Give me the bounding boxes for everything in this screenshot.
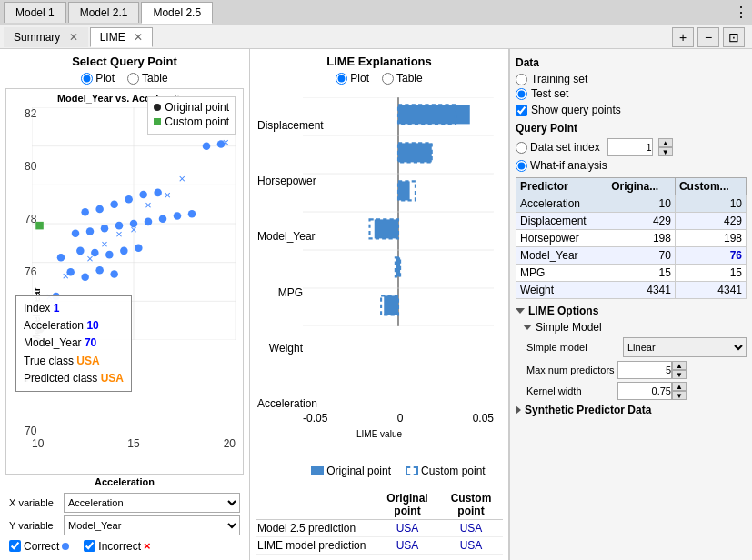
- svg-rect-63: [398, 181, 410, 200]
- max-predictors-row: Max num predictors ▲ ▼: [526, 361, 747, 379]
- index-input[interactable]: [607, 138, 653, 156]
- what-if-radio[interactable]: [516, 160, 527, 172]
- predictor-name-weight: Weight: [516, 282, 607, 299]
- index-spinners: ▲ ▼: [658, 138, 673, 156]
- predictor-orig-acceleration: 10: [607, 195, 676, 213]
- show-query-checkbox[interactable]: [516, 105, 527, 116]
- lime-y-labels: Displacement Horsepower Model_Year MPG W…: [257, 97, 303, 432]
- left-panel-title: Select Query Point: [5, 55, 244, 68]
- correct-checkbox[interactable]: [9, 540, 21, 552]
- sub-tab-summary[interactable]: Summary ✕: [4, 27, 88, 47]
- query-point-title: Query Point: [516, 122, 747, 135]
- predictor-orig-horsepower: 198: [607, 230, 676, 247]
- custom-point[interactable]: [35, 222, 44, 230]
- more-button[interactable]: ⋮: [734, 4, 748, 21]
- predictor-orig-mpg: 15: [607, 265, 676, 282]
- lime-plot-radio-label[interactable]: Plot: [336, 72, 369, 85]
- kernel-down[interactable]: ▼: [672, 391, 687, 400]
- svg-point-18: [105, 251, 114, 259]
- svg-point-33: [125, 195, 133, 204]
- svg-text:×: ×: [86, 252, 93, 265]
- predictor-orig-model_year: 70: [607, 247, 676, 265]
- what-if-radio-row: What-if analysis: [516, 159, 747, 172]
- predictor-table-header: Predictor Origina... Custom...: [516, 178, 747, 195]
- max-predictors-spinners: ▲ ▼: [672, 361, 687, 379]
- max-pred-down[interactable]: ▼: [672, 370, 687, 379]
- predictor-custom-model_year[interactable]: 76: [675, 247, 746, 265]
- query-type-radio: Data set index ▲ ▼: [516, 138, 747, 156]
- svg-point-19: [120, 247, 128, 255]
- y-variable-row: Y variable Model_Year: [9, 515, 240, 535]
- kernel-width-spinners: ▲ ▼: [672, 382, 687, 400]
- svg-point-14: [110, 270, 118, 278]
- training-set-label[interactable]: Training set: [516, 73, 747, 85]
- simple-model-arrow: [523, 325, 532, 330]
- svg-point-16: [76, 247, 85, 255]
- lime-options-header[interactable]: LIME Options: [516, 305, 747, 317]
- simple-model-select[interactable]: Linear: [623, 337, 747, 357]
- svg-point-31: [95, 205, 104, 214]
- close-summary-tab[interactable]: ✕: [69, 31, 78, 44]
- lime-plot-radio[interactable]: [336, 73, 347, 85]
- predictor-custom-weight[interactable]: 4341: [675, 282, 746, 299]
- original-legend-dot: [154, 104, 161, 111]
- y-variable-select[interactable]: Model_Year: [64, 515, 240, 535]
- left-table-radio-label[interactable]: Table: [127, 72, 168, 85]
- data-set-index-label[interactable]: Data set index: [516, 141, 600, 154]
- chart-legend: Original point Custom point: [147, 96, 236, 135]
- left-panel: Select Query Point Plot Table Model_Year…: [0, 49, 250, 560]
- predictor-name-mpg: MPG: [516, 265, 607, 282]
- max-pred-up[interactable]: ▲: [672, 361, 687, 370]
- test-set-label[interactable]: Test set: [516, 87, 747, 100]
- left-table-radio[interactable]: [127, 73, 139, 85]
- lime-bars-svg: [303, 97, 494, 326]
- svg-point-20: [135, 244, 143, 252]
- svg-rect-65: [375, 219, 398, 238]
- correct-dot: [62, 543, 69, 550]
- reset-view-button[interactable]: ⊡: [723, 27, 745, 47]
- predictor-orig-displacement: 429: [607, 213, 676, 230]
- svg-text:×: ×: [223, 135, 229, 149]
- zoom-in-button[interactable]: +: [672, 27, 694, 47]
- incorrect-checkbox-item: Incorrect ×: [84, 539, 150, 553]
- x-variable-select[interactable]: Acceleration: [64, 493, 240, 513]
- predictor-custom-displacement[interactable]: 429: [675, 213, 746, 230]
- lime-table-radio[interactable]: [382, 73, 394, 85]
- tab-model21[interactable]: Model 2.1: [68, 2, 140, 23]
- predictor-custom-acceleration[interactable]: 10: [675, 195, 746, 213]
- max-predictors-input[interactable]: [617, 361, 672, 379]
- index-up-btn[interactable]: ▲: [658, 138, 673, 147]
- svg-rect-59: [398, 105, 470, 124]
- left-view-selector: Plot Table: [5, 72, 244, 85]
- tab-model1[interactable]: Model 1: [4, 2, 66, 23]
- col-custom: Custom...: [675, 178, 746, 195]
- left-plot-radio[interactable]: [81, 73, 93, 85]
- left-plot-radio-label[interactable]: Plot: [81, 72, 115, 85]
- close-lime-tab[interactable]: ✕: [134, 31, 143, 44]
- kernel-width-input[interactable]: [617, 382, 672, 400]
- svg-text:×: ×: [115, 227, 122, 241]
- incorrect-checkbox[interactable]: [84, 540, 95, 552]
- test-set-radio[interactable]: [516, 88, 527, 100]
- sub-tab-lime[interactable]: LIME ✕: [90, 27, 153, 47]
- svg-point-28: [174, 212, 182, 220]
- data-set-index-radio[interactable]: [516, 142, 527, 154]
- predictor-custom-horsepower[interactable]: 198: [675, 230, 746, 247]
- pred-row-model: Model 2.5 prediction USA USA: [256, 520, 503, 537]
- tab-model25[interactable]: Model 2.5: [141, 2, 213, 24]
- lime-x-ticks: -0.0500.05: [303, 412, 494, 425]
- zoom-out-button[interactable]: −: [697, 27, 719, 47]
- simple-model-header[interactable]: Simple Model: [516, 321, 747, 334]
- training-set-radio[interactable]: [516, 74, 527, 85]
- index-row: ▲ ▼: [607, 138, 673, 156]
- synthetic-predictor-header[interactable]: Synthetic Predictor Data: [516, 404, 747, 416]
- lime-table-radio-label[interactable]: Table: [382, 72, 423, 85]
- predictor-row-model_year: Model_Year7076: [516, 247, 747, 265]
- what-if-label[interactable]: What-if analysis: [516, 159, 607, 172]
- scatter-chart: Model_Year vs. Acceleration Model_Year 8…: [5, 88, 244, 475]
- kernel-up[interactable]: ▲: [672, 382, 687, 391]
- svg-text:×: ×: [101, 237, 107, 251]
- predictor-name-acceleration: Acceleration: [516, 195, 607, 213]
- index-down-btn[interactable]: ▼: [658, 147, 673, 156]
- predictor-custom-mpg[interactable]: 15: [675, 265, 746, 282]
